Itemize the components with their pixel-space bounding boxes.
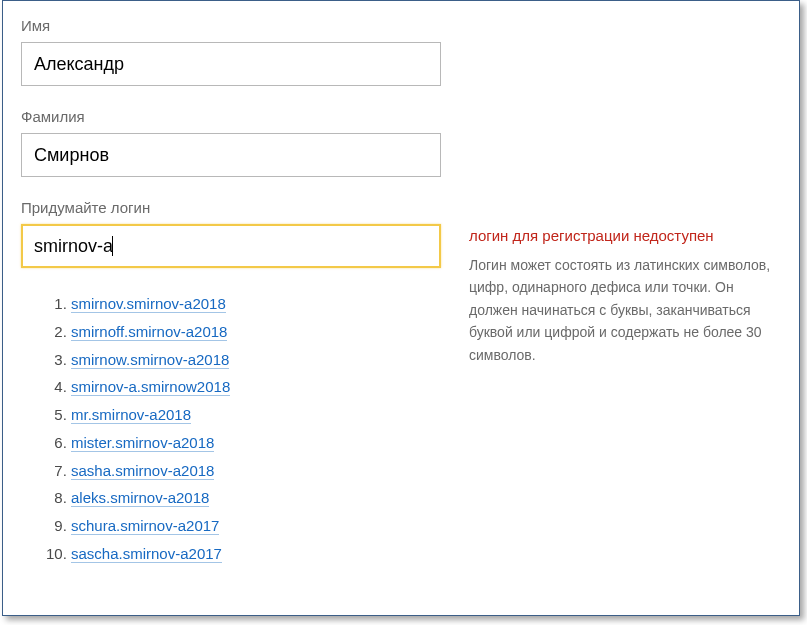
first-name-group: Имя <box>21 17 781 86</box>
login-suggestion-link[interactable]: aleks.smirnov-a2018 <box>71 489 209 507</box>
last-name-group: Фамилия <box>21 108 781 177</box>
login-suggestion-link[interactable]: sascha.smirnov-a2017 <box>71 545 222 563</box>
login-suggestion-link[interactable]: schura.smirnov-a2017 <box>71 517 219 535</box>
registration-form-panel: Имя Фамилия Придумайте логин smirnov-a s… <box>2 0 800 616</box>
list-item: mister.smirnov-a2018 <box>71 429 441 457</box>
text-caret <box>112 236 113 256</box>
first-name-label: Имя <box>21 17 781 34</box>
login-suggestion-link[interactable]: smirnow.smirnov-a2018 <box>71 351 229 369</box>
list-item: smirnov.smirnov-a2018 <box>71 290 441 318</box>
list-item: smirnov-a.smirnow2018 <box>71 373 441 401</box>
login-group: Придумайте логин smirnov-a <box>21 199 441 268</box>
first-name-input[interactable] <box>21 42 441 86</box>
last-name-input[interactable] <box>21 133 441 177</box>
login-suggestion-link[interactable]: mister.smirnov-a2018 <box>71 434 214 452</box>
last-name-label: Фамилия <box>21 108 781 125</box>
login-suggestion-link[interactable]: smirnov-a.smirnow2018 <box>71 378 230 396</box>
list-item: smirnow.smirnov-a2018 <box>71 346 441 374</box>
login-suggestions: smirnov.smirnov-a2018smirnoff.smirnov-a2… <box>21 290 441 568</box>
login-hint-text: Логин может состоять из латинских символ… <box>469 254 781 366</box>
login-error-title: логин для регистрации недоступен <box>469 227 781 244</box>
login-validation-message: логин для регистрации недоступен Логин м… <box>469 199 781 366</box>
list-item: aleks.smirnov-a2018 <box>71 484 441 512</box>
login-suggestion-link[interactable]: smirnoff.smirnov-a2018 <box>71 323 227 341</box>
list-item: schura.smirnov-a2017 <box>71 512 441 540</box>
list-item: mr.smirnov-a2018 <box>71 401 441 429</box>
login-label: Придумайте логин <box>21 199 441 216</box>
list-item: smirnoff.smirnov-a2018 <box>71 318 441 346</box>
login-suggestion-link[interactable]: mr.smirnov-a2018 <box>71 406 191 424</box>
login-input[interactable]: smirnov-a <box>21 224 441 268</box>
login-suggestion-link[interactable]: sasha.smirnov-a2018 <box>71 462 214 480</box>
login-suggestion-link[interactable]: smirnov.smirnov-a2018 <box>71 295 226 313</box>
list-item: sasha.smirnov-a2018 <box>71 457 441 485</box>
list-item: sascha.smirnov-a2017 <box>71 540 441 568</box>
